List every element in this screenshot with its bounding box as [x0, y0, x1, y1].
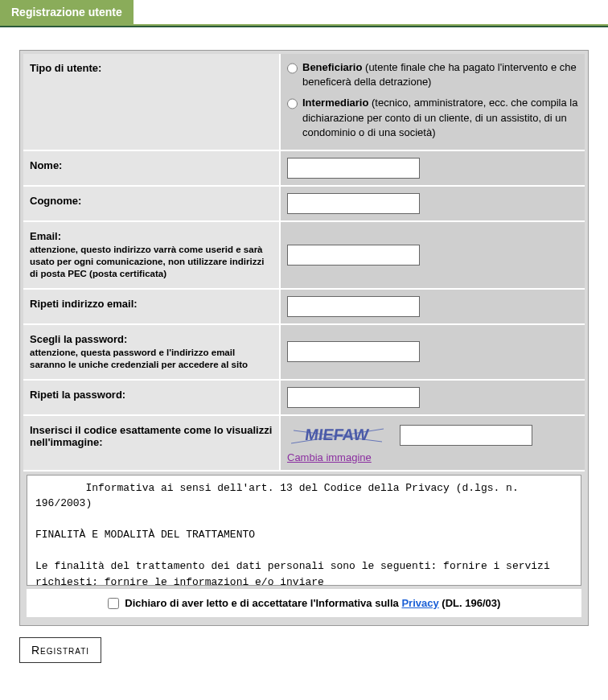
field-tipo-utente: Tipo di utente: Beneficiario (utente fin… — [23, 54, 585, 151]
field-label: Scegli la password: — [30, 333, 127, 345]
repeat-password-input[interactable] — [287, 387, 420, 408]
accept-text-prefix: Dichiaro di aver letto e di accettatare … — [125, 597, 401, 609]
radio-beneficiario-label: Beneficiario — [302, 61, 362, 73]
field-hint: attenzione, questa password e l'indirizz… — [30, 347, 273, 371]
radio-beneficiario[interactable] — [287, 63, 298, 74]
field-repeat-email: Ripeti indirizzo email: — [23, 290, 585, 325]
field-label: Ripeti indirizzo email: — [23, 290, 281, 323]
field-password: Scegli la password: attenzione, questa p… — [23, 325, 585, 381]
password-input[interactable] — [287, 341, 420, 362]
captcha-input[interactable] — [400, 425, 532, 446]
field-label: Tipo di utente: — [23, 54, 281, 150]
field-label: Email: — [30, 230, 61, 242]
field-hint: attenzione, questo indirizzo varrà come … — [30, 244, 273, 280]
field-nome: Nome: — [23, 151, 585, 187]
radio-intermediario[interactable] — [287, 98, 298, 109]
field-label: Cognome: — [23, 187, 281, 220]
radio-intermediario-label: Intermediario — [302, 97, 368, 109]
form-panel: Tipo di utente: Beneficiario (utente fin… — [19, 50, 589, 626]
captcha-change-link[interactable]: Cambia immagine — [287, 451, 372, 463]
registrati-button[interactable]: Registrati — [19, 637, 101, 663]
field-label: Ripeti la password: — [23, 381, 281, 414]
field-label: Nome: — [23, 151, 281, 185]
repeat-email-input[interactable] — [287, 296, 420, 317]
cognome-input[interactable] — [287, 193, 420, 214]
accept-text-suffix: (DL. 196/03) — [439, 597, 501, 609]
terms-textarea[interactable]: Informativa ai sensi dell'art. 13 del Co… — [27, 475, 581, 586]
field-label: Inserisci il codice esattamente come lo … — [23, 416, 281, 470]
field-captcha: Inserisci il codice esattamente come lo … — [23, 416, 585, 471]
accept-bar: Dichiaro di aver letto e di accettatare … — [27, 589, 581, 618]
captcha-image: MIEFAW — [287, 422, 390, 448]
nome-input[interactable] — [287, 158, 420, 179]
field-repeat-password: Ripeti la password: — [23, 381, 585, 416]
email-input[interactable] — [287, 245, 420, 266]
field-email: Email: attenzione, questo indirizzo varr… — [23, 222, 585, 290]
page-title: Registrazione utente — [0, 0, 134, 24]
accept-checkbox[interactable] — [108, 598, 119, 609]
field-cognome: Cognome: — [23, 187, 585, 222]
svg-text:MIEFAW: MIEFAW — [304, 426, 370, 443]
privacy-link[interactable]: Privacy — [401, 597, 438, 609]
